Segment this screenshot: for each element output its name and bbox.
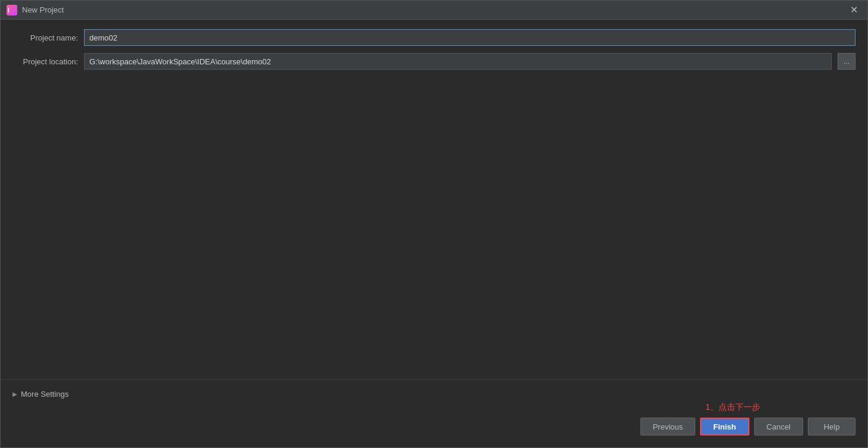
- main-body: [13, 77, 855, 370]
- project-location-input[interactable]: [84, 53, 832, 70]
- help-button[interactable]: Help: [808, 418, 855, 435]
- project-name-row: Project name:: [13, 29, 855, 46]
- close-button[interactable]: ✕: [847, 3, 861, 17]
- content-area: Project name: Project location: ...: [1, 20, 867, 379]
- browse-button[interactable]: ...: [838, 53, 855, 70]
- finish-button[interactable]: Finish: [700, 418, 749, 435]
- project-location-label: Project location:: [13, 57, 78, 66]
- bottom-section: ▶ More Settings 1、点击下一步 Previous Finish …: [1, 379, 867, 447]
- button-row: Previous Finish Cancel Help: [13, 418, 855, 441]
- project-name-input[interactable]: [84, 29, 855, 46]
- more-settings-arrow-icon: ▶: [13, 391, 17, 397]
- title-bar: I New Project ✕: [1, 1, 867, 20]
- svg-text:I: I: [8, 7, 10, 14]
- cancel-button[interactable]: Cancel: [754, 418, 803, 435]
- more-settings-toggle[interactable]: ▶ More Settings: [13, 386, 855, 402]
- new-project-dialog: I New Project ✕ Project name: Project lo…: [0, 0, 868, 448]
- annotation-text: 1、点击下一步: [13, 402, 855, 413]
- dialog-title: New Project: [22, 5, 847, 14]
- previous-button[interactable]: Previous: [640, 418, 696, 435]
- app-icon: I: [7, 5, 17, 15]
- project-name-label: Project name:: [13, 33, 78, 42]
- more-settings-label: More Settings: [21, 390, 69, 399]
- project-location-row: Project location: ...: [13, 53, 855, 70]
